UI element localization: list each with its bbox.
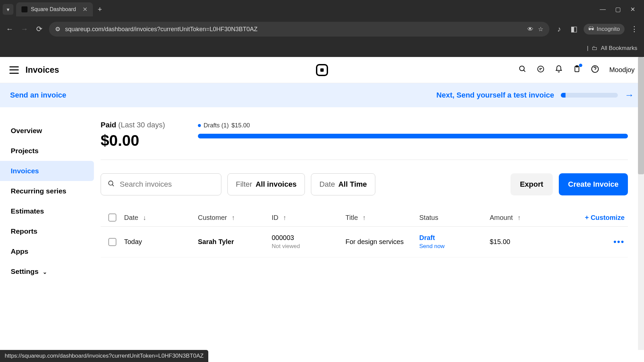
filter-value: All invoices [256,180,297,189]
clipboard-icon[interactable] [573,65,581,75]
search-input[interactable] [120,180,214,189]
browser-tab[interactable]: Square Dashboard ✕ [16,2,93,16]
column-date[interactable]: Date ↓ [124,214,198,222]
table-row[interactable]: Today Sarah Tyler 000003 Not viewed For … [101,227,628,257]
folder-icon: 🗀 [592,45,597,52]
sidebar-item-settings[interactable]: Settings ⌄ [0,261,94,282]
date-dropdown[interactable]: Date All Time [311,173,375,195]
new-tab-button[interactable]: + [98,5,102,14]
tab-title: Square Dashboard [31,6,76,12]
close-window-icon[interactable]: ✕ [630,6,635,13]
notification-dot [579,64,582,67]
column-title[interactable]: Title ↑ [345,214,419,222]
tab-search-button[interactable]: ▾ [3,4,13,15]
banner-next-step[interactable]: Next, Send yourself a test invoice [436,91,554,100]
chevron-down-icon: ▾ [7,6,9,13]
sidebar-item-label: Settings [11,267,39,275]
forward-button[interactable]: → [19,24,30,34]
incognito-badge[interactable]: 🕶 Incognito [584,24,625,35]
column-id[interactable]: ID ↑ [272,214,345,222]
minimize-icon[interactable]: ― [600,6,606,13]
close-tab-icon[interactable]: ✕ [83,6,88,13]
banner-progress [561,93,618,98]
row-actions-menu[interactable]: ••• [613,237,625,247]
window-controls: ― ▢ ✕ [600,6,641,13]
search-invoices[interactable] [101,173,221,195]
back-button[interactable]: ← [5,24,15,34]
page-title: Invoices [25,65,59,75]
sort-asc-icon: ↑ [283,214,286,221]
date-value: All Time [338,180,367,189]
customize-columns-link[interactable]: + Customize [585,214,625,221]
incognito-icon: 🕶 [588,26,594,33]
drafts-progress-bar [198,134,628,138]
cell-id-sub: Not viewed [272,243,345,250]
help-icon[interactable] [591,65,599,75]
browser-chrome: ▾ Square Dashboard ✕ + ― ▢ ✕ ← → ⟳ ⚙ squ… [0,0,644,57]
select-all-checkbox[interactable] [108,214,116,222]
svg-line-1 [524,70,525,72]
paid-range: (Last 30 days) [118,121,165,129]
svg-point-2 [538,66,544,72]
content: Paid (Last 30 days) $0.00 Drafts (1) $15… [94,107,644,350]
column-amount[interactable]: Amount ↑ [490,214,550,222]
cell-amount: $15.00 [490,238,550,246]
side-panel-icon[interactable]: ◧ [569,24,579,34]
eye-off-icon[interactable]: 👁 [527,26,533,33]
bookmarks-divider: | [587,45,588,52]
column-customer[interactable]: Customer ↑ [198,214,272,222]
sidebar-item-estimates[interactable]: Estimates [0,201,94,221]
scrollbar[interactable] [638,57,644,350]
address-bar-row: ← → ⟳ ⚙ squareup.com/dashboard/invoices?… [0,19,644,40]
filter-label: Filter [236,180,252,189]
menu-button[interactable] [9,66,19,74]
site-settings-icon[interactable]: ⚙ [55,25,60,33]
chevron-down-icon: ⌄ [43,269,47,275]
cell-title: For design services [345,238,419,246]
stats-row: Paid (Last 30 days) $0.00 Drafts (1) $15… [101,121,628,160]
arrow-right-icon[interactable]: → [625,90,634,101]
status-badge: Draft [419,234,490,242]
chat-icon[interactable] [537,65,545,75]
invoices-table: Date ↓ Customer ↑ ID ↑ Title ↑ Status [101,209,628,257]
filter-dropdown[interactable]: Filter All invoices [227,173,305,195]
row-checkbox[interactable] [108,238,116,246]
svg-point-6 [109,181,113,185]
square-logo[interactable] [316,64,328,76]
all-bookmarks-link[interactable]: All Bookmarks [601,45,637,52]
sidebar-item-overview[interactable]: Overview [0,121,94,141]
bookmark-star-icon[interactable]: ☆ [538,25,543,33]
search-icon [108,180,115,189]
onboarding-banner: Send an invoice Next, Send yourself a te… [0,83,644,107]
user-menu[interactable]: Moodjoy [609,66,635,74]
notifications-icon[interactable] [555,65,563,75]
cell-date: Today [124,238,198,246]
browser-status-bar: https://squareup.com/dashboard/invoices?… [0,350,208,362]
column-status[interactable]: Status [419,214,490,222]
table-header: Date ↓ Customer ↑ ID ↑ Title ↑ Status [101,209,628,227]
drafts-amount: $15.00 [231,122,250,129]
search-icon[interactable] [519,65,527,75]
filters-row: Filter All invoices Date All Time Export… [101,173,628,195]
sidebar-item-recurring[interactable]: Recurring series [0,181,94,201]
browser-menu-icon[interactable]: ⋮ [629,24,639,34]
square-favicon [21,6,28,12]
bookmarks-bar: | 🗀 All Bookmarks [0,40,644,57]
main-area: Overview Projects Invoices Recurring ser… [0,107,644,350]
address-bar[interactable]: ⚙ squareup.com/dashboard/invoices?curren… [49,22,549,37]
sort-asc-icon: ↑ [518,214,521,221]
sidebar-item-invoices[interactable]: Invoices [0,161,94,181]
url-text: squareup.com/dashboard/invoices?currentU… [65,26,258,33]
send-now-link[interactable]: Send now [419,243,490,250]
sidebar-item-projects[interactable]: Projects [0,141,94,161]
export-button[interactable]: Export [511,173,553,195]
create-invoice-button[interactable]: Create Invoice [559,173,628,195]
reload-button[interactable]: ⟳ [34,24,44,34]
media-icon[interactable]: ♪ [554,24,564,34]
maximize-icon[interactable]: ▢ [615,6,621,13]
banner-title[interactable]: Send an invoice [10,91,66,100]
sidebar-item-reports[interactable]: Reports [0,221,94,241]
sort-desc-icon: ↓ [143,214,146,221]
sidebar-item-apps[interactable]: Apps [0,241,94,261]
svg-line-7 [112,185,114,186]
